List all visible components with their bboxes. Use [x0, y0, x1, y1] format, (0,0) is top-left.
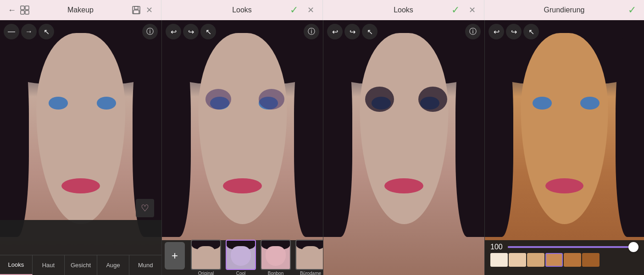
- info-icon-3[interactable]: ⓘ: [465, 24, 481, 39]
- redo-icon-3[interactable]: ↪: [344, 24, 360, 39]
- makeup-title: Makeup: [31, 6, 130, 14]
- minus-icon-1[interactable]: —: [4, 24, 19, 39]
- looks-title-2: Looks: [378, 6, 428, 14]
- photo-panel-original: ⓘ — → ↖ ♡ Looks Haut Gesicht Auge Mund: [0, 20, 161, 275]
- swatch-3[interactable]: [527, 253, 544, 267]
- looks-title-1: Looks: [217, 6, 267, 14]
- swatch-5[interactable]: [564, 253, 581, 267]
- swatch-2[interactable]: [509, 253, 526, 267]
- svg-rect-5: [134, 6, 138, 9]
- check-button-2[interactable]: ✓: [449, 4, 462, 16]
- tab-auge[interactable]: Auge: [97, 255, 130, 275]
- photo-panel-looks1: ⓘ ↩ ↪ ↖ +: [161, 20, 323, 275]
- slider-value: 100: [490, 243, 504, 251]
- header-makeup: ← Makeup ✕: [0, 0, 161, 20]
- redo-icon-4[interactable]: ↪: [506, 24, 522, 39]
- panel-2-toolbar-left: ↩ ↪ ↖: [166, 24, 216, 39]
- panel-1-toolbar: ⓘ: [142, 24, 158, 39]
- tab-gesicht[interactable]: Gesicht: [65, 255, 97, 275]
- header-looks-2: Looks ✓ ✕: [323, 0, 484, 20]
- swatch-1[interactable]: [490, 253, 508, 267]
- add-look-button[interactable]: +: [165, 242, 185, 270]
- undo-icon-2[interactable]: ↩: [166, 24, 181, 39]
- swatch-6[interactable]: [582, 253, 600, 267]
- bookmark-icon[interactable]: ♡: [136, 199, 154, 217]
- undo-icon-4[interactable]: ↩: [489, 24, 504, 39]
- bottom-bar-panel1: Looks Haut Gesicht Auge Mund: [0, 220, 161, 275]
- svg-rect-6: [133, 10, 139, 14]
- undo-icon-3[interactable]: ↩: [327, 24, 343, 39]
- svg-rect-3: [25, 11, 29, 14]
- svg-rect-1: [25, 6, 29, 10]
- swatch-4[interactable]: [545, 253, 563, 267]
- grundierung-title: Grundierung: [539, 6, 589, 14]
- svg-rect-2: [21, 11, 24, 14]
- tab-haut[interactable]: Haut: [33, 255, 65, 275]
- looks-thumbnails: + Original: [162, 240, 323, 275]
- crop-icon-2[interactable]: ↖: [200, 24, 216, 39]
- color-swatches: [489, 251, 640, 269]
- back-button[interactable]: ←: [6, 4, 18, 16]
- bookmark-area: ♡: [136, 199, 154, 217]
- category-tabs: Looks Haut Gesicht Auge Mund: [0, 255, 161, 275]
- tab-looks[interactable]: Looks: [0, 255, 33, 275]
- close-button-1[interactable]: ✕: [143, 4, 155, 16]
- header-looks-1: Looks ✓ ✕: [161, 0, 323, 20]
- crop-icon-1[interactable]: ↖: [39, 24, 54, 39]
- grid-icon[interactable]: [18, 4, 31, 16]
- tab-mund[interactable]: Mund: [129, 255, 161, 275]
- opacity-slider[interactable]: [508, 246, 638, 248]
- close-button-3[interactable]: ✕: [466, 4, 478, 16]
- crop-icon-4[interactable]: ↖: [523, 24, 539, 39]
- panel-3-toolbar: ⓘ: [465, 24, 481, 39]
- redo-icon-1[interactable]: →: [21, 24, 37, 39]
- check-button-1[interactable]: ✓: [288, 4, 300, 16]
- crop-icon-3[interactable]: ↖: [362, 24, 378, 39]
- info-icon-1[interactable]: ⓘ: [142, 24, 158, 39]
- info-icon-2[interactable]: ⓘ: [304, 24, 319, 39]
- redo-icon-2[interactable]: ↪: [183, 24, 199, 39]
- panel-4-toolbar-left: ↩ ↪ ↖: [489, 24, 539, 39]
- opacity-slider-row: 100: [489, 243, 640, 251]
- save-icon[interactable]: [130, 4, 143, 16]
- photo-panel-looks2: ⓘ ↩ ↪ ↖: [323, 20, 484, 275]
- panel-2-toolbar: ⓘ: [304, 24, 319, 39]
- look-item-original[interactable]: Original: [189, 240, 222, 275]
- panel-1-toolbar-left: — → ↖: [4, 24, 54, 39]
- look-item-burodame[interactable]: Bürodame: [294, 240, 323, 275]
- panel-3-toolbar-left: ↩ ↪ ↖: [327, 24, 378, 39]
- foundation-panel: 100: [485, 240, 644, 275]
- look-item-bonbon[interactable]: Bonbon: [259, 240, 292, 275]
- close-button-2[interactable]: ✕: [304, 4, 317, 16]
- header-grundierung: Grundierung ✓: [484, 0, 644, 20]
- svg-rect-0: [21, 6, 24, 10]
- photo-panel-grundierung: ↩ ↪ ↖ 100: [484, 20, 644, 275]
- look-item-cool[interactable]: Cool: [224, 240, 257, 275]
- check-button-3[interactable]: ✓: [626, 4, 638, 16]
